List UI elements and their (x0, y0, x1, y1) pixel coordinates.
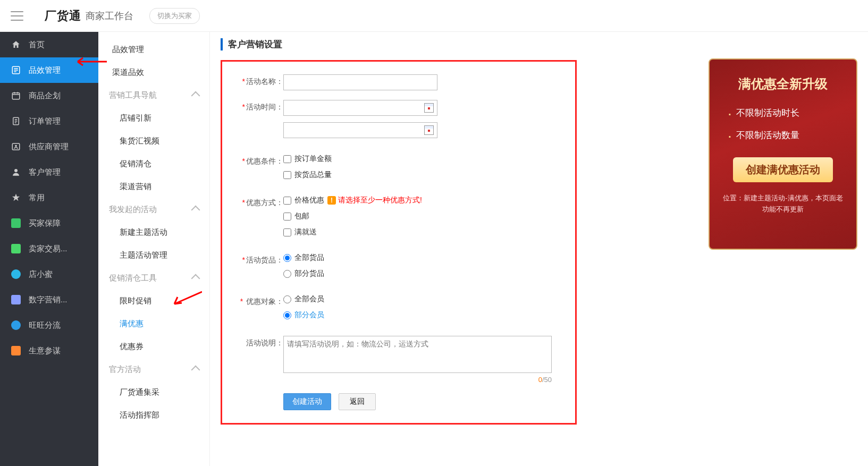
product-effect-icon (11, 65, 21, 75)
target-opt1-label: 全部会员 (294, 294, 324, 304)
nav-item-buyer-guarantee[interactable]: 买家保障 (0, 210, 98, 236)
chevron-up-icon (191, 205, 200, 214)
nav-label: 供应商管理 (29, 142, 69, 152)
nav-label: 订单管理 (29, 116, 61, 126)
target-opt2-label[interactable]: 部分会员 (294, 310, 324, 320)
calendar-icon (424, 103, 434, 113)
target-all-radio[interactable] (283, 295, 291, 303)
nav-label: 生意参谋 (29, 346, 61, 356)
cond-opt1-label: 按订单金额 (294, 154, 332, 164)
cond-opt2-label: 按货品总量 (294, 170, 332, 180)
nav-label: 品效管理 (29, 65, 61, 75)
promo-banner: 满优惠全新升级 不限制活动时长不限制活动数量 创建满优惠活动 位置：新建主题活动… (709, 58, 857, 250)
sec-item[interactable]: 渠道品效 (98, 61, 209, 84)
back-button[interactable]: 返回 (339, 393, 376, 410)
method-gift-checkbox[interactable] (283, 228, 291, 236)
goods-opt2-label: 部分货品 (294, 269, 324, 278)
nav-label: 卖家交易... (29, 244, 68, 254)
chevron-up-icon (191, 365, 200, 374)
nav-item-home[interactable]: 首页 (0, 32, 98, 57)
nav-item-customer[interactable]: 客户管理 (0, 159, 98, 185)
header: 厂货通 商家工作台 切换为买家 (0, 0, 868, 32)
sec-group-header[interactable]: 营销工具导航 (98, 84, 209, 107)
start-date-input[interactable] (283, 100, 437, 116)
sec-group-header[interactable]: 官方活动 (98, 358, 209, 381)
goods-partial-radio[interactable] (283, 270, 291, 278)
nav-item-favorite[interactable]: 常用 (0, 185, 98, 210)
sec-child-item[interactable]: 促销清仓 (98, 152, 209, 175)
cond-goods-total-checkbox[interactable] (283, 171, 291, 179)
activity-name-input[interactable] (283, 74, 437, 90)
product-plan-icon (11, 90, 21, 101)
sec-child-item[interactable]: 集货汇视频 (98, 130, 209, 152)
home-icon (11, 39, 21, 50)
field-label-target: 优惠对象： (246, 297, 283, 306)
end-date-input[interactable] (283, 122, 437, 138)
nav-label: 数字营销... (29, 295, 68, 305)
digital-marketing-icon (11, 294, 21, 305)
supplier-icon (11, 141, 21, 152)
create-activity-button[interactable]: 创建活动 (283, 393, 331, 410)
promo-bullet: 不限制活动时长 (728, 105, 844, 122)
nav-label: 客户管理 (29, 167, 61, 177)
goods-all-radio[interactable] (283, 254, 291, 262)
activity-desc-textarea[interactable] (283, 336, 552, 373)
sidebar-secondary: 品效管理渠道品效营销工具导航店铺引新集货汇视频促销清仓渠道营销我发起的活动新建主… (98, 32, 210, 466)
chevron-up-icon (191, 91, 200, 100)
sec-child-item[interactable]: 限时促销 (98, 290, 209, 312)
warning-icon: ! (327, 196, 336, 205)
business-ref-icon (11, 345, 21, 356)
promo-note: 位置：新建主题活动-满优惠，本页面老功能不再更新 (722, 193, 844, 215)
promo-bullet: 不限制活动数量 (728, 128, 844, 145)
sec-child-item[interactable]: 活动指挥部 (98, 404, 209, 427)
promo-title: 满优惠全新升级 (722, 75, 844, 92)
sec-group-header[interactable]: 我发起的活动 (98, 198, 209, 221)
sec-item[interactable]: 品效管理 (98, 38, 209, 61)
method-opt2-label: 包邮 (294, 211, 309, 221)
sec-child-item[interactable]: 优惠券 (98, 335, 209, 358)
method-price-checkbox[interactable] (283, 197, 291, 205)
sec-child-item[interactable]: 主题活动管理 (98, 244, 209, 267)
sec-child-item[interactable]: 店铺引新 (98, 107, 209, 130)
order-icon (11, 116, 21, 126)
nav-item-product-plan[interactable]: 商品企划 (0, 83, 98, 108)
sec-child-item[interactable]: 新建主题活动 (98, 221, 209, 244)
nav-item-digital-marketing[interactable]: 数字营销... (0, 287, 98, 312)
field-label-desc: 活动说明： (246, 338, 283, 347)
switch-buyer-button[interactable]: 切换为买家 (149, 8, 200, 24)
nav-item-shop-assist[interactable]: 店小蜜 (0, 261, 98, 287)
wangwang-icon (11, 320, 21, 331)
field-label-time: 活动时间： (246, 103, 283, 111)
method-free-ship-checkbox[interactable] (283, 213, 291, 221)
seller-trade-icon (11, 243, 21, 254)
field-label-goods: 活动货品： (246, 256, 283, 264)
sec-group-header[interactable]: 促销清仓工具 (98, 267, 209, 290)
promo-create-button[interactable]: 创建满优惠活动 (733, 157, 833, 182)
sec-child-item[interactable]: 厂货通集采 (98, 381, 209, 404)
nav-label: 常用 (29, 193, 45, 203)
nav-item-product-effect[interactable]: 品效管理 (0, 57, 98, 83)
svg-point-4 (15, 145, 17, 147)
shop-assist-icon (11, 269, 21, 279)
calendar-icon (424, 125, 434, 135)
char-counter: 0/50 (283, 376, 552, 384)
nav-item-order[interactable]: 订单管理 (0, 108, 98, 134)
nav-item-supplier[interactable]: 供应商管理 (0, 134, 98, 159)
field-label-method: 优惠方式： (246, 198, 283, 207)
svg-point-5 (14, 169, 18, 172)
nav-label: 商品企划 (29, 91, 61, 101)
target-partial-radio[interactable] (283, 311, 291, 319)
nav-label: 店小蜜 (29, 269, 53, 279)
section-title: 客户营销设置 (221, 38, 857, 50)
field-label-name: 活动名称： (246, 77, 283, 86)
menu-toggle-icon[interactable] (11, 11, 23, 21)
sec-child-item[interactable]: 满优惠 (98, 312, 209, 335)
nav-item-wangwang[interactable]: 旺旺分流 (0, 312, 98, 338)
method-opt3-label: 满就送 (294, 227, 317, 237)
nav-item-seller-trade[interactable]: 卖家交易... (0, 236, 98, 261)
sec-child-item[interactable]: 渠道营销 (98, 175, 209, 198)
nav-item-business-ref[interactable]: 生意参谋 (0, 338, 98, 363)
svg-rect-1 (12, 93, 20, 99)
cond-order-amount-checkbox[interactable] (283, 155, 291, 163)
sidebar-primary: 首页品效管理商品企划订单管理供应商管理客户管理常用买家保障卖家交易...店小蜜数… (0, 32, 98, 466)
